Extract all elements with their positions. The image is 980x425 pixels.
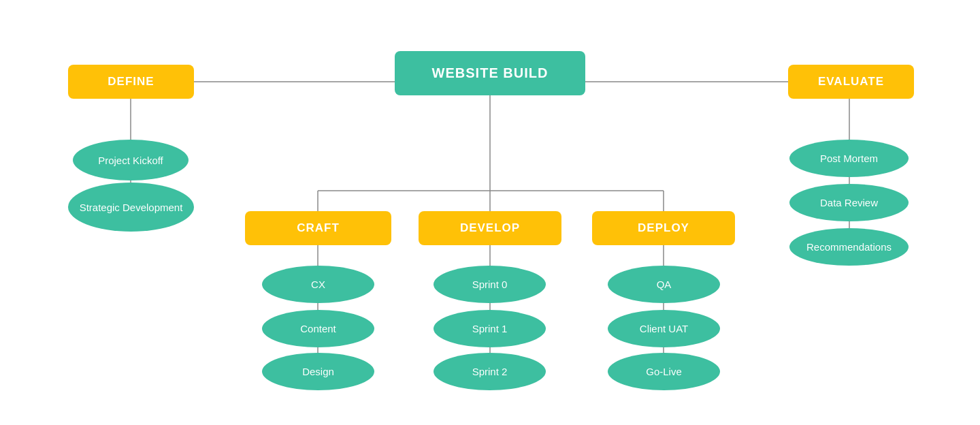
develop-box: DEVELOP (419, 211, 561, 245)
evaluate-box: EVALUATE (788, 65, 914, 99)
post-mortem-oval: Post Mortem (789, 140, 909, 177)
sprint2-oval: Sprint 2 (434, 353, 546, 390)
go-live-oval: Go-Live (608, 353, 720, 390)
deploy-box: DEPLOY (592, 211, 735, 245)
website-build-box: WEBSITE BUILD (395, 51, 585, 95)
define-box: DEFINE (68, 65, 194, 99)
content-oval: Content (262, 310, 374, 347)
cx-oval: CX (262, 266, 374, 303)
recommendations-oval: Recommendations (789, 228, 909, 266)
data-review-oval: Data Review (789, 184, 909, 221)
craft-box: CRAFT (245, 211, 391, 245)
design-oval: Design (262, 353, 374, 390)
strategic-development-oval: Strategic Development (68, 183, 194, 232)
sprint0-oval: Sprint 0 (434, 266, 546, 303)
client-uat-oval: Client UAT (608, 310, 720, 347)
qa-oval: QA (608, 266, 720, 303)
sprint1-oval: Sprint 1 (434, 310, 546, 347)
project-kickoff-oval: Project Kickoff (73, 140, 189, 180)
diagram: WEBSITE BUILD DEFINE EVALUATE CRAFT DEVE… (0, 0, 980, 425)
